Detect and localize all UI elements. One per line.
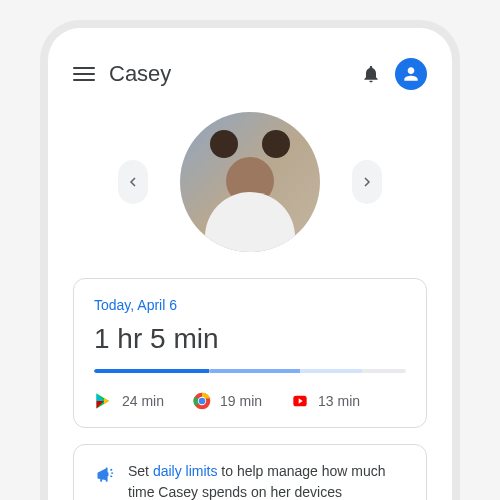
app-usage-list: 24 min 19 min 13 min — [94, 391, 406, 411]
progress-segment-3 — [300, 369, 362, 373]
youtube-icon — [290, 391, 310, 411]
phone-frame: Casey Today, April 6 1 hr 5 min — [40, 20, 460, 500]
app-usage-youtube: 13 min — [290, 391, 360, 411]
total-usage-time: 1 hr 5 min — [94, 323, 406, 355]
header: Casey — [73, 58, 427, 90]
tip-prefix: Set — [128, 463, 153, 479]
app-time-chrome: 19 min — [220, 393, 262, 409]
daily-limits-link[interactable]: daily limits — [153, 463, 218, 479]
app-usage-chrome: 19 min — [192, 391, 262, 411]
progress-segment-1 — [94, 369, 209, 373]
svg-point-2 — [199, 398, 206, 405]
play-store-icon — [94, 391, 114, 411]
usage-date: Today, April 6 — [94, 297, 406, 313]
page-title: Casey — [109, 61, 347, 87]
app-time-youtube: 13 min — [318, 393, 360, 409]
menu-icon[interactable] — [73, 63, 95, 85]
chrome-icon — [192, 391, 212, 411]
next-child-button[interactable] — [352, 160, 382, 204]
screen-time-card[interactable]: Today, April 6 1 hr 5 min 24 min 19 min — [73, 278, 427, 428]
usage-progress-bar — [94, 369, 406, 373]
notifications-icon[interactable] — [361, 64, 381, 84]
prev-child-button[interactable] — [118, 160, 148, 204]
daily-limits-tip[interactable]: Set daily limits to help manage how much… — [73, 444, 427, 500]
progress-segment-2 — [209, 369, 299, 373]
tip-text: Set daily limits to help manage how much… — [128, 461, 408, 500]
app-usage-play: 24 min — [94, 391, 164, 411]
profile-carousel — [73, 112, 427, 252]
app-time-play: 24 min — [122, 393, 164, 409]
account-avatar-icon[interactable] — [395, 58, 427, 90]
megaphone-icon — [92, 463, 114, 489]
child-photo[interactable] — [180, 112, 320, 252]
